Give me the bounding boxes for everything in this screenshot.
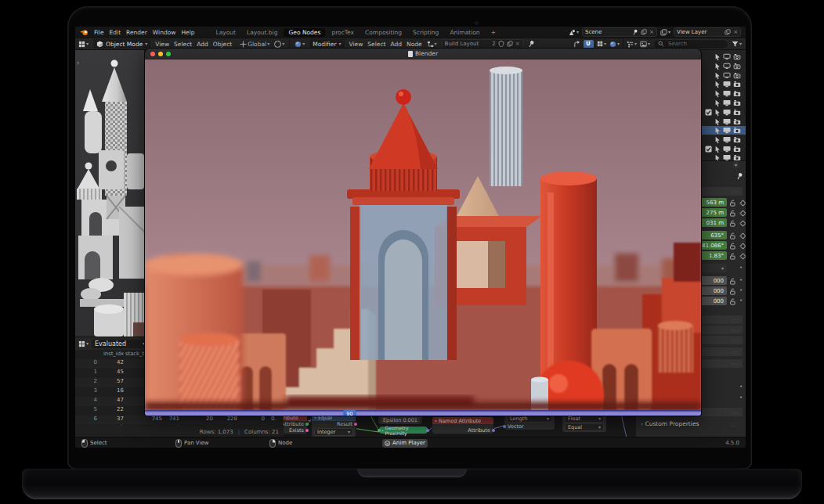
animate-dot[interactable]: •	[739, 278, 743, 283]
spreadsheet-editor-icon[interactable]: ▾	[78, 340, 89, 347]
view-layer-selector[interactable]: View Layer ×	[674, 27, 741, 37]
pivot-point-dropdown[interactable]: ▾	[274, 41, 284, 48]
snap-toggle[interactable]	[584, 40, 594, 49]
lock-icon[interactable]	[729, 243, 736, 251]
checkbox-icon[interactable]	[705, 109, 712, 116]
node-named-attribute-left[interactable]: tribute Attribute Exists	[284, 414, 307, 434]
menu-edit[interactable]: Edit	[110, 29, 121, 36]
keyframe-diamond-icon[interactable]	[739, 210, 746, 218]
pin-id-icon[interactable]	[736, 172, 743, 181]
outliner-filter-image-dropdown[interactable]: ▾	[640, 41, 650, 48]
tab-proctex[interactable]: procTex	[327, 28, 359, 37]
node-tree-name-field[interactable]: Build Layout 2 ×	[442, 39, 523, 49]
scene-type-icon[interactable]: ▾	[569, 29, 579, 36]
close-traffic-light[interactable]	[150, 52, 155, 56]
minimize-traffic-light[interactable]	[158, 52, 163, 56]
vp-menu-select[interactable]: Select	[174, 41, 192, 48]
menu-render[interactable]: Render	[126, 29, 147, 36]
viewport-3d-clay[interactable]: ›	[75, 50, 144, 337]
lock-icon[interactable]	[729, 288, 736, 297]
lock-icon[interactable]	[729, 253, 736, 261]
proportional-edit-dropdown[interactable]: ▾	[609, 41, 620, 48]
viewport-editor-type-icon[interactable]: ▾	[78, 41, 89, 48]
outliner-search[interactable]	[653, 39, 728, 49]
checkbox-icon[interactable]	[705, 146, 712, 153]
data-type-dropdown[interactable]: Integer▾	[314, 428, 353, 436]
users-count[interactable]: 2	[492, 41, 495, 47]
unlink-icon[interactable]: ×	[515, 41, 520, 47]
animate-dot[interactable]: •	[739, 395, 743, 401]
lock-icon[interactable]	[729, 298, 736, 307]
tab-add-workspace[interactable]: +	[486, 28, 501, 37]
keyframe-diamond-icon[interactable]	[739, 253, 746, 261]
custom-properties-header[interactable]: › Custom Properties	[641, 420, 699, 427]
ne-menu-add[interactable]: Add	[390, 41, 402, 48]
scene-selector[interactable]: Scene ×	[582, 27, 657, 37]
new-view-layer-icon[interactable]	[725, 29, 731, 35]
vp-menu-view[interactable]: View	[155, 41, 169, 48]
keyframe-diamond-icon[interactable]	[739, 243, 746, 251]
lock-icon[interactable]	[729, 210, 736, 218]
column-inst-idx[interactable]: inst_idx	[97, 351, 124, 358]
menu-help[interactable]: Help	[181, 29, 194, 36]
epsilon-field[interactable]: Epsilon0.001	[381, 417, 420, 423]
pin-node-tree-icon[interactable]	[528, 40, 535, 49]
copy-icon[interactable]	[507, 41, 513, 47]
operation-dropdown[interactable]: Equal▾	[565, 423, 604, 431]
parent-arrow-icon[interactable]	[573, 41, 580, 48]
menu-file[interactable]: File	[94, 29, 104, 36]
ne-menu-view[interactable]: View	[349, 41, 363, 48]
tab-layout-big[interactable]: Layout.big	[242, 28, 283, 37]
lock-icon[interactable]	[729, 200, 736, 208]
blender-logo-icon[interactable]	[80, 28, 89, 37]
render-window[interactable]: Blender	[145, 49, 701, 416]
tab-geo-nodes[interactable]: Geo Nodes	[284, 28, 325, 37]
keyframe-diamond-icon[interactable]	[739, 232, 746, 241]
animate-dot[interactable]: •	[739, 265, 743, 271]
menu-window[interactable]: Window	[153, 29, 176, 36]
lock-icon[interactable]	[729, 220, 736, 229]
node-compare-equal[interactable]: ▾Equal Result Integer▾	[312, 414, 356, 437]
animate-dot[interactable]: •	[739, 288, 743, 293]
outliner-display-mode-dropdown[interactable]: ▾	[627, 41, 637, 48]
tab-animation[interactable]: Animation	[445, 28, 484, 37]
keyframe-diamond-icon[interactable]	[739, 200, 746, 208]
lock-icon[interactable]	[729, 278, 736, 286]
zoom-traffic-light[interactable]	[166, 52, 171, 56]
node-editor-mode-dropdown[interactable]: Modifier▾	[309, 39, 344, 49]
render-window-titlebar[interactable]: Blender	[145, 49, 701, 59]
vp-menu-object[interactable]: Object	[213, 41, 232, 48]
remove-view-layer-icon[interactable]: ×	[733, 29, 738, 35]
search-input[interactable]	[667, 40, 721, 48]
snap-target-dropdown[interactable]: ▾	[597, 41, 606, 47]
ne-menu-node[interactable]: Node	[407, 41, 422, 48]
filter-dropdown[interactable]: ▾	[732, 41, 742, 48]
panel-grip[interactable]: ::::	[729, 423, 738, 427]
node-editor-type-icon[interactable]: ▾	[295, 41, 305, 48]
properties-context-dropdown[interactable]: ▾	[733, 162, 739, 167]
anim-player-button[interactable]: × Anim Player	[382, 439, 428, 448]
node-tree-icon[interactable]: ▾	[427, 41, 437, 48]
new-scene-icon[interactable]	[641, 29, 647, 35]
lock-icon[interactable]	[729, 232, 736, 241]
orientation-dropdown[interactable]: Global▾	[240, 41, 269, 48]
fake-user-shield-icon[interactable]	[498, 41, 504, 47]
node-geometry-proximity[interactable]: ›Geometry Proximity	[379, 427, 428, 434]
animate-dot[interactable]: •	[739, 384, 743, 390]
unlink-scene-icon[interactable]: ×	[649, 29, 654, 35]
sidebar-toggle-arrow[interactable]: ›	[77, 59, 79, 67]
column-stack[interactable]: stack_t	[125, 351, 144, 358]
node-named-attribute[interactable]: ▾Named Attribute Attribute	[432, 417, 493, 434]
table-row[interactable]: 637 745741 20228 00.	[75, 416, 284, 425]
anim-progress-bar[interactable]: 90	[145, 410, 701, 416]
dataset-dropdown[interactable]: Evaluated▾	[92, 340, 148, 348]
data-type-dropdown[interactable]: Float▾	[565, 415, 604, 423]
ne-menu-select[interactable]: Select	[367, 41, 385, 48]
animate-dot[interactable]: •	[739, 298, 743, 304]
mode-dropdown[interactable]: Object Mode▾	[93, 39, 150, 49]
vp-menu-add[interactable]: Add	[197, 41, 208, 48]
current-frame-indicator[interactable]: 90	[343, 410, 356, 416]
keyframe-diamond-icon[interactable]	[739, 220, 746, 229]
tab-layout[interactable]: Layout	[211, 28, 240, 37]
pin-icon[interactable]	[632, 29, 638, 36]
